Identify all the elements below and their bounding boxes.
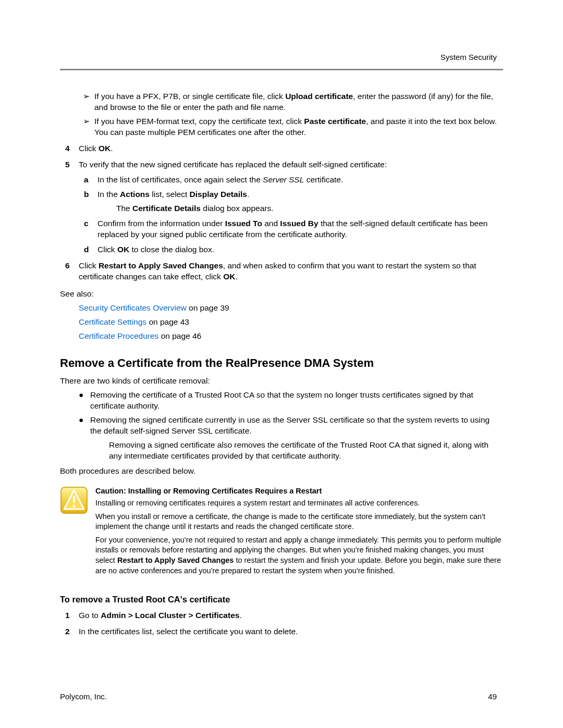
caution-p3: For your convenience, you're not require… (95, 535, 503, 576)
body: ➢ If you have a PFX, P7B, or single cert… (60, 91, 503, 637)
footer: Polycom, Inc. 49 (60, 692, 497, 702)
arrow-icon: ➢ (83, 91, 94, 113)
svg-point-2 (72, 504, 75, 507)
option-upload: ➢ If you have a PFX, P7B, or single cert… (83, 91, 503, 113)
bullet-signed-cert-extra: Removing a signed certificate also remov… (109, 440, 503, 462)
step-5d: d Click OK to close the dialog box. (84, 244, 503, 255)
option-paste: ➢ If you have PEM-format text, copy the … (83, 116, 503, 138)
header-rule (60, 69, 503, 70)
link-text[interactable]: Security Certificates Overview (79, 303, 187, 312)
section-heading: Remove a Certificate from the RealPresen… (60, 355, 503, 371)
caution-icon (60, 486, 88, 579)
bullet-icon: ● (79, 415, 90, 437)
header-section: System Security (440, 52, 497, 63)
step-5c: c Confirm from the information under Iss… (84, 218, 503, 240)
step-5: 5 To verify that the new signed certific… (65, 159, 503, 170)
page: System Security ➢ If you have a PFX, P7B… (0, 0, 563, 728)
footer-company: Polycom, Inc. (60, 692, 107, 702)
step-4: 4 Click OK. (65, 143, 503, 154)
procedure-heading: To remove a Trusted Root CA's certificat… (60, 594, 503, 605)
footer-page: 49 (488, 692, 497, 702)
step-5b-result: The Certificate Details dialog box appea… (116, 203, 503, 214)
arrow-icon: ➢ (83, 116, 94, 138)
caution-title: Caution: Installing or Removing Certific… (95, 486, 503, 497)
link-certificate-settings: Certificate Settings on page 43 (79, 317, 503, 328)
caution-p2: When you install or remove a certificate… (95, 512, 503, 532)
link-text[interactable]: Certificate Settings (79, 317, 146, 326)
caution-box: Caution: Installing or Removing Certific… (60, 486, 503, 579)
bullet-signed-cert: ● Removing the signed certificate curren… (79, 415, 503, 437)
proc-step-2: 2 In the certificates list, select the c… (65, 626, 503, 637)
bullet-trusted-root: ● Removing the certificate of a Trusted … (79, 390, 503, 412)
see-also-label: See also: (60, 289, 503, 300)
link-certificate-procedures: Certificate Procedures on page 46 (79, 331, 503, 342)
step-5b: b In the Actions list, select Display De… (84, 189, 503, 200)
svg-rect-1 (73, 496, 75, 503)
link-text[interactable]: Certificate Procedures (79, 331, 158, 340)
proc-step-1: 1 Go to Admin > Local Cluster > Certific… (65, 610, 503, 621)
both-procedures: Both procedures are described below. (60, 466, 503, 477)
step-5a: a In the list of certificates, once agai… (84, 175, 503, 186)
link-security-overview: Security Certificates Overview on page 3… (79, 303, 503, 314)
bullet-icon: ● (79, 390, 90, 412)
step-6: 6 Click Restart to Apply Saved Changes, … (65, 261, 503, 282)
caution-p1: Installing or removing certificates requ… (95, 498, 503, 509)
intro-text: There are two kinds of certificate remov… (60, 376, 503, 387)
